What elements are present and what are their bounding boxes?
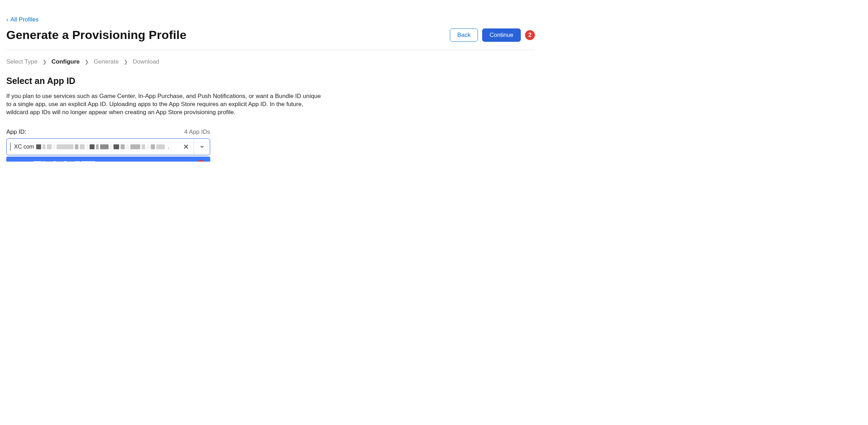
app-id-combobox[interactable]: XC com . ✕ — [6, 138, 210, 155]
clear-input-button[interactable]: ✕ — [178, 143, 194, 151]
dropdown-option-prefix: XC com — [11, 161, 31, 162]
breadcrumb-step-select-type[interactable]: Select Type — [6, 58, 38, 65]
text-caret — [10, 143, 11, 151]
app-id-input[interactable]: XC com . — [7, 139, 178, 155]
back-button-label: Back — [457, 32, 471, 39]
redacted-text — [33, 161, 95, 162]
breadcrumb: Select Type ❯ Configure ❯ Generate ❯ Dow… — [6, 58, 535, 65]
section-description: If you plan to use services such as Game… — [6, 92, 323, 117]
annotation-badge-2: 2 — [525, 30, 535, 40]
header-divider — [6, 50, 535, 50]
dropdown-toggle[interactable] — [194, 139, 210, 155]
back-button[interactable]: Back — [450, 28, 478, 42]
continue-button-label: Continue — [490, 32, 513, 39]
x-icon: ✕ — [183, 143, 189, 151]
chevron-right-icon: ❯ — [43, 59, 47, 65]
app-id-dropdown: XC com — [6, 157, 210, 162]
breadcrumb-step-download[interactable]: Download — [133, 58, 160, 65]
breadcrumb-step-configure[interactable]: Configure — [52, 58, 80, 65]
back-link-all-profiles[interactable]: ‹ All Profiles — [6, 16, 39, 23]
chevron-down-icon — [200, 144, 205, 149]
continue-button[interactable]: Continue — [482, 28, 521, 42]
dropdown-option-1[interactable]: XC com — [6, 157, 210, 162]
section-title: Select an App ID — [6, 76, 535, 86]
chevron-right-icon: ❯ — [85, 59, 89, 65]
chevron-left-icon: ‹ — [6, 17, 8, 22]
app-id-label: App ID: — [6, 129, 26, 136]
app-id-input-prefix: XC com — [14, 144, 34, 150]
page-title: Generate a Provisioning Profile — [6, 28, 187, 42]
back-link-label: All Profiles — [11, 16, 39, 23]
redacted-text — [36, 144, 165, 149]
app-id-input-dot: . — [167, 144, 170, 150]
breadcrumb-step-generate[interactable]: Generate — [94, 58, 119, 65]
chevron-right-icon: ❯ — [124, 59, 128, 65]
app-id-count: 4 App IDs — [184, 129, 210, 136]
